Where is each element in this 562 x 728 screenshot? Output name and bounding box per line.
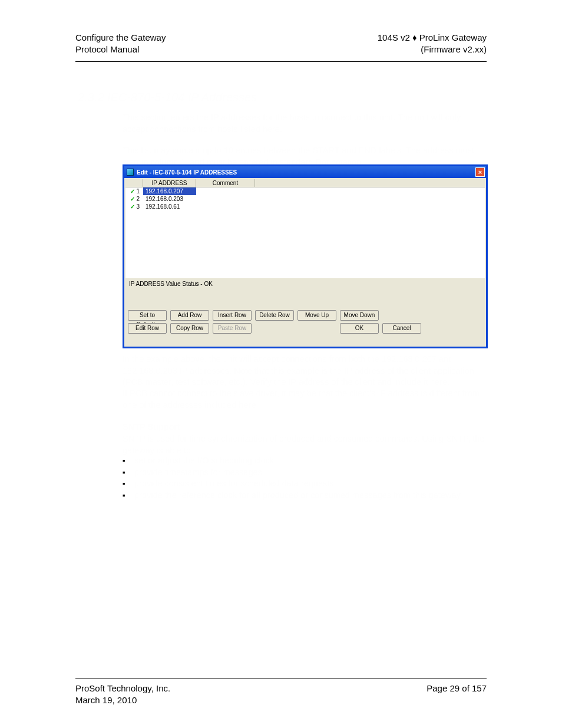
header-right-1: 104S v2 ♦ ProLinx Gateway [378,32,487,44]
row-check: ✓1 [125,187,143,195]
move-down-button[interactable]: Move Down [340,310,379,321]
footer-date: March 19, 2010 [75,694,170,706]
row-comment[interactable] [196,203,255,210]
subhead-sntp: SNTP Support [123,422,180,431]
col-blank [125,179,143,187]
header-left: Configure the Gateway Protocol Manual [75,32,166,56]
row-ip[interactable]: 192.168.0.61 [143,203,196,210]
list-item: set or adjust the I/O scheduling clock [123,455,461,467]
footer-rule [75,678,487,678]
edit-ip-addresses-dialog: Edit - IEC-870-5-104 IP ADDRESSES × IP A… [123,164,488,348]
header-right: 104S v2 ♦ ProLinx Gateway (Firmware v2.x… [378,32,487,56]
footer-left: ProSoft Technology, Inc. March 19, 2010 [75,683,170,707]
copy-row-button[interactable]: Copy Row [170,323,209,334]
page-footer: ProSoft Technology, Inc. March 19, 2010 … [75,683,487,707]
cancel-button[interactable]: Cancel [382,323,421,334]
row-comment[interactable] [196,195,255,203]
paragraph-4: If PCB cannot connect to the slave drive… [123,388,487,411]
insert-row-button[interactable]: Insert Row [213,310,252,321]
row-ip[interactable]: 192.168.0.203 [143,195,196,203]
button-row-2: Edit Row Copy Row Paste Row OK Cancel [124,322,486,335]
status-text: IP ADDRESS Value Status - OK [124,278,486,309]
header-left-2: Protocol Manual [75,44,166,55]
paragraph-5: SNTP is used for time synchronization of… [123,433,487,456]
list-item: provide consistent times for scheduled d… [123,478,461,490]
dialog-title: Edit - IEC-870-5-104 IP ADDRESSES [137,169,237,176]
delete-row-button[interactable]: Delete Row [255,310,294,321]
section-title: 2.3.2 IEC-870-5-104 IP Addresses [78,91,257,104]
list-item: provide timestamps for messages [123,467,461,479]
col-comment[interactable]: Comment [196,179,255,187]
set-to-defaults-button[interactable]: Set to Defaults [128,310,167,321]
paragraph-1: This section enters the IP addresses for… [123,112,487,135]
list-item: provide the reference clock for all prod… [123,490,461,502]
row-ip[interactable]: 192.168.0.207 [143,187,196,195]
footer-page: Page 29 of 157 [427,683,487,707]
col-ip[interactable]: IP ADDRESS [143,179,196,187]
close-icon[interactable]: × [475,167,485,177]
move-up-button[interactable]: Move Up [297,310,336,321]
grid-header: IP ADDRESS Comment [125,179,485,187]
bullet-list: set or adjust the I/O scheduling clock p… [123,455,461,501]
table-row[interactable]: ✓2 192.168.0.203 [125,195,485,203]
header-rule [75,61,487,62]
row-check: ✓2 [125,195,143,203]
footer-company: ProSoft Technology, Inc. [75,683,170,694]
ok-button[interactable]: OK [340,323,379,334]
spacer [255,323,336,334]
app-icon [127,169,134,176]
row-check: ✓3 [125,203,143,210]
add-row-button[interactable]: Add Row [170,310,209,321]
paste-row-button: Paste Row [213,323,252,334]
header-left-1: Configure the Gateway [75,32,166,44]
header-right-2: (Firmware v2.xx) [378,44,487,55]
edit-row-button[interactable]: Edit Row [128,323,167,334]
table-row[interactable]: ✓1 192.168.0.207 [125,187,485,195]
page-header: Configure the Gateway Protocol Manual 10… [75,32,487,56]
table-row[interactable]: ✓3 192.168.0.61 [125,203,485,210]
row-comment[interactable] [196,187,255,195]
dialog-titlebar: Edit - IEC-870-5-104 IP ADDRESSES × [124,166,486,178]
ip-grid[interactable]: IP ADDRESS Comment ✓1 192.168.0.207 ✓2 1… [125,179,485,278]
button-row-1: Set to Defaults Add Row Insert Row Delet… [124,309,486,322]
paragraph-3: In the example above, the unit will acce… [123,354,487,388]
